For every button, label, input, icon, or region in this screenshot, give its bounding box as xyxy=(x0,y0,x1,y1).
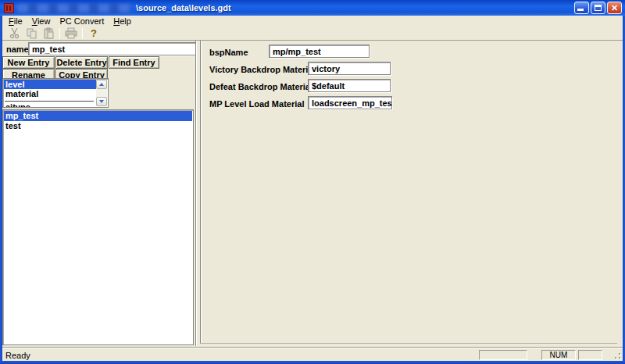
bspname-label: bspName xyxy=(209,48,248,57)
maximize-icon xyxy=(595,5,602,11)
maximize-button[interactable] xyxy=(591,2,605,14)
bspname-input[interactable]: mp/mp_test xyxy=(269,45,370,58)
mp-level-load-input[interactable]: loadscreen_mp_test xyxy=(308,96,392,109)
scroll-down-button[interactable] xyxy=(96,97,107,106)
status-bar: Ready NUM xyxy=(2,347,623,361)
app-icon xyxy=(4,3,14,13)
menu-view[interactable]: View xyxy=(27,16,55,27)
panel-divider xyxy=(195,41,196,346)
window-title: \source_data\levels.gdt xyxy=(136,3,231,12)
resize-grip[interactable] xyxy=(612,350,622,360)
status-pane-scrl xyxy=(578,350,602,360)
new-entry-button[interactable]: New Entry xyxy=(2,56,55,69)
app-window: \source_data\levels.gdt ✕ File View PC C… xyxy=(0,0,625,364)
cut-icon xyxy=(9,27,20,39)
victory-backdrop-input[interactable]: victory xyxy=(308,62,391,75)
menu-file[interactable]: File xyxy=(4,16,27,27)
client-area: name mp_test New Entry Delete Entry Find… xyxy=(2,41,623,347)
copy-icon xyxy=(26,27,38,39)
scroll-up-button[interactable] xyxy=(96,80,107,89)
status-pane-cap xyxy=(479,350,527,360)
print-button[interactable] xyxy=(62,27,80,40)
list-item[interactable]: mp_test xyxy=(4,111,192,121)
list-item[interactable]: level xyxy=(4,80,96,89)
list-item[interactable]: material xyxy=(4,89,96,98)
entry-list: mp_test test xyxy=(2,109,194,345)
status-message: Ready xyxy=(5,351,30,360)
window-border-bottom xyxy=(0,361,625,364)
delete-entry-button[interactable]: Delete Entry xyxy=(55,56,108,69)
toolbar-separator xyxy=(59,28,60,39)
type-list-scrollbar[interactable] xyxy=(96,80,107,106)
name-label: name xyxy=(6,45,29,54)
cut-button[interactable] xyxy=(5,27,23,40)
close-icon: ✕ xyxy=(608,2,621,13)
minimize-icon xyxy=(577,9,584,11)
menu-help[interactable]: Help xyxy=(109,16,136,27)
status-pane-num: NUM xyxy=(541,350,576,360)
arrow-down-icon xyxy=(99,100,104,103)
paste-button[interactable] xyxy=(40,27,57,40)
victory-backdrop-label: Victory Backdrop Material xyxy=(209,65,316,74)
list-separator xyxy=(5,101,94,102)
menu-bar: File View PC Convert Help xyxy=(2,16,623,27)
find-entry-button[interactable]: Find Entry xyxy=(109,56,159,69)
toolbar-separator xyxy=(82,28,83,39)
form-panel: bspName mp/mp_test Victory Backdrop Mate… xyxy=(200,41,617,344)
paste-icon xyxy=(43,27,55,39)
copy-button[interactable] xyxy=(23,27,40,40)
name-input[interactable]: mp_test xyxy=(28,42,196,55)
about-help-button[interactable]: ? xyxy=(85,27,102,40)
redacted-title-text xyxy=(17,4,131,12)
list-item[interactable]: test xyxy=(4,121,192,131)
defeat-backdrop-input[interactable]: $default xyxy=(308,79,391,92)
minimize-button[interactable] xyxy=(574,2,589,14)
defeat-backdrop-label: Defeat Backdrop Material xyxy=(209,82,312,91)
mp-level-load-label: MP Level Load Material xyxy=(209,99,304,109)
arrow-up-icon xyxy=(99,83,104,86)
help-icon: ? xyxy=(91,28,97,39)
print-icon xyxy=(65,27,77,39)
menu-pc-convert[interactable]: PC Convert xyxy=(55,16,109,27)
type-list: level material aitype xyxy=(2,78,109,108)
toolbar: ? xyxy=(2,27,623,41)
title-bar: \source_data\levels.gdt ✕ xyxy=(0,0,625,16)
list-item[interactable]: aitype xyxy=(4,102,96,108)
close-button[interactable]: ✕ xyxy=(607,2,622,14)
